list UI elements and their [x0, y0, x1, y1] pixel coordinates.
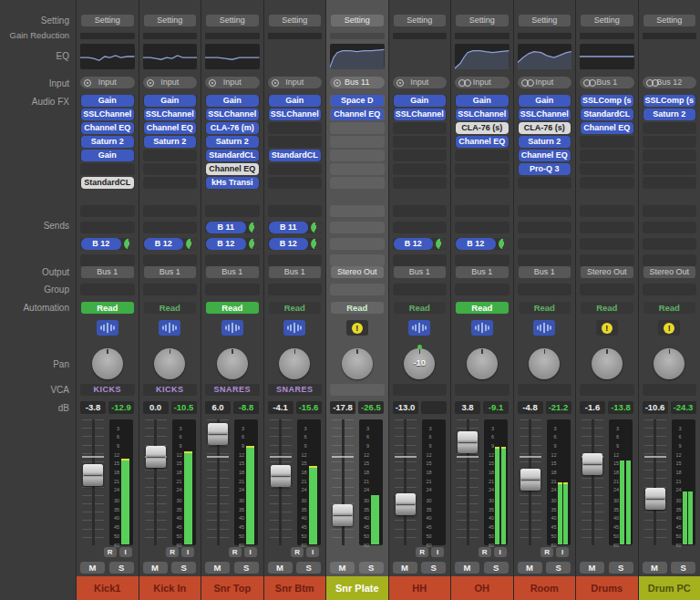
input-button[interactable]: Input	[143, 77, 198, 88]
fx-plugin-button[interactable]: Space D	[331, 95, 384, 107]
setting-button[interactable]: Setting	[643, 15, 696, 26]
setting-button[interactable]: Setting	[581, 15, 633, 26]
automation-read-button[interactable]: Read	[581, 302, 633, 314]
fx-plugin-button[interactable]: Gain	[144, 95, 197, 107]
vca-slot[interactable]	[455, 384, 510, 396]
solo-button[interactable]: S	[421, 562, 446, 574]
fx-plugin-button[interactable]: CLA-76 (m)	[206, 122, 259, 134]
record-button[interactable]: R	[104, 547, 117, 557]
solo-button[interactable]: S	[671, 562, 695, 574]
fx-plugin-button[interactable]: Saturn 2	[643, 109, 696, 120]
fx-plugin-button[interactable]: StandardCL	[269, 150, 322, 161]
automation-read-button[interactable]: Read	[206, 302, 259, 314]
eq-display[interactable]	[518, 44, 572, 69]
fx-plugin-button[interactable]: SSLChannel	[81, 109, 134, 120]
pan-knob[interactable]	[342, 348, 373, 379]
setting-button[interactable]: Setting	[519, 15, 571, 26]
input-button[interactable]: Input	[393, 77, 448, 88]
pan-knob[interactable]	[154, 348, 185, 379]
input-monitor-button[interactable]: I	[431, 547, 444, 557]
vca-slot[interactable]: SNARES	[268, 384, 323, 396]
pan-knob[interactable]	[92, 348, 123, 379]
fx-plugin-button[interactable]: SSLComp (s	[643, 95, 696, 107]
send-button[interactable]: B 12	[81, 238, 121, 250]
pan-knob[interactable]	[654, 348, 685, 379]
fader-cap[interactable]	[520, 469, 540, 491]
fader-cap[interactable]	[396, 493, 416, 515]
mute-button[interactable]: M	[143, 562, 168, 574]
track-name[interactable]: Snr Btm	[264, 576, 326, 600]
send-knob[interactable]	[311, 238, 323, 250]
fx-plugin-button[interactable]: Gain	[269, 95, 322, 107]
send-button[interactable]: B 12	[394, 238, 434, 250]
group-slot[interactable]	[330, 284, 385, 295]
waveform-icon[interactable]	[533, 320, 555, 336]
output-button[interactable]: Stereo Out	[331, 266, 384, 278]
send-knob[interactable]	[249, 222, 261, 233]
setting-button[interactable]: Setting	[206, 15, 259, 26]
fx-plugin-button[interactable]: SSLChannel	[269, 109, 322, 120]
record-button[interactable]: R	[229, 547, 242, 557]
fx-plugin-button[interactable]: Gain	[394, 95, 447, 107]
input-monitor-button[interactable]: I	[494, 547, 507, 557]
record-button[interactable]: R	[540, 547, 553, 557]
mute-button[interactable]: M	[330, 562, 355, 574]
eq-display[interactable]	[205, 44, 260, 69]
input-monitor-button[interactable]: I	[244, 547, 257, 557]
group-slot[interactable]	[393, 284, 448, 295]
input-monitor-button[interactable]: I	[556, 547, 569, 557]
group-slot[interactable]	[268, 284, 323, 295]
vca-slot[interactable]	[580, 384, 634, 396]
fx-plugin-button[interactable]: Gain	[519, 95, 571, 107]
input-monitor-button[interactable]: I	[119, 547, 132, 557]
send-knob[interactable]	[124, 238, 136, 250]
fx-plugin-button[interactable]: Channel EQ	[456, 136, 509, 148]
send-knob[interactable]	[499, 238, 510, 250]
output-button[interactable]: Stereo Out	[581, 266, 633, 278]
fx-plugin-button[interactable]: CLA-76 (s)	[519, 122, 571, 134]
track-name[interactable]: OH	[451, 576, 513, 600]
mute-button[interactable]: M	[393, 562, 417, 574]
waveform-icon[interactable]	[221, 320, 243, 336]
fader-cap[interactable]	[146, 446, 166, 468]
pan-knob[interactable]	[279, 348, 310, 379]
fx-plugin-button[interactable]: Channel EQ	[81, 122, 134, 134]
group-slot[interactable]	[580, 284, 634, 295]
track-name[interactable]: HH	[389, 576, 451, 600]
group-slot[interactable]	[643, 284, 697, 295]
fx-plugin-button[interactable]: Saturn 2	[81, 136, 134, 148]
vca-slot[interactable]	[518, 384, 572, 396]
send-button[interactable]: B 11	[206, 222, 246, 233]
automation-read-button[interactable]: Read	[144, 302, 197, 314]
send-knob[interactable]	[311, 222, 323, 233]
output-button[interactable]: Bus 1	[394, 266, 447, 278]
track-name[interactable]: Kick1	[77, 576, 139, 600]
fx-plugin-button[interactable]: Saturn 2	[206, 136, 259, 148]
fader-cap[interactable]	[271, 465, 291, 487]
fx-plugin-button[interactable]: Channel EQ	[519, 150, 571, 161]
setting-button[interactable]: Setting	[456, 15, 509, 26]
fx-plugin-button[interactable]: Channel EQ	[581, 122, 633, 134]
fader-track[interactable]	[395, 419, 417, 545]
input-button[interactable]: Input	[205, 77, 260, 88]
send-knob[interactable]	[186, 238, 198, 250]
fx-plugin-button[interactable]: StandardCL	[581, 109, 633, 120]
fx-plugin-button[interactable]: SSLChannel	[394, 109, 447, 120]
solo-button[interactable]: S	[609, 562, 633, 574]
track-name[interactable]: Kick In	[139, 576, 201, 600]
fx-plugin-button[interactable]: SSLChannel	[144, 109, 197, 120]
fx-plugin-button[interactable]: Gain	[456, 95, 509, 107]
record-button[interactable]: R	[416, 547, 428, 557]
send-button[interactable]: B 12	[206, 238, 246, 250]
fx-plugin-button[interactable]: SSLChannel	[206, 109, 259, 120]
fx-plugin-button[interactable]: CLA-76 (s)	[456, 122, 509, 134]
output-button[interactable]: Bus 1	[206, 266, 259, 278]
pan-knob[interactable]	[592, 348, 623, 379]
track-name[interactable]: Snr Top	[201, 576, 263, 600]
track-name[interactable]: Drum PC	[639, 576, 700, 600]
vca-slot[interactable]	[330, 384, 385, 396]
fader-track[interactable]	[582, 419, 603, 545]
mute-button[interactable]: M	[643, 562, 667, 574]
fx-plugin-button[interactable]: SSLChannel	[519, 109, 571, 120]
fader-track[interactable]	[145, 419, 167, 545]
